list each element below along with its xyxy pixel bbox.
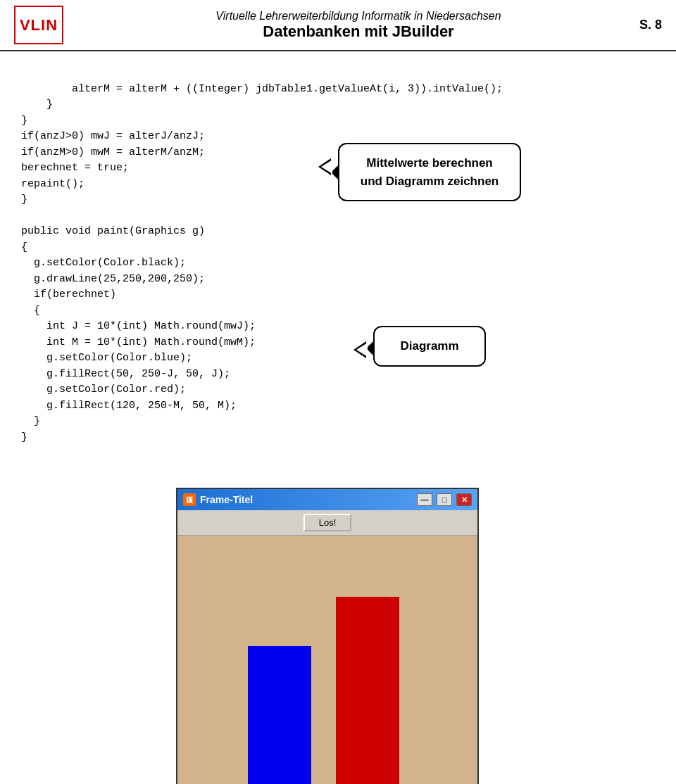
logo: VLIN: [14, 6, 63, 44]
bar-blue: [248, 646, 311, 784]
frame-titlebar: 🖼 Frame-Titel — □ ✕: [177, 489, 477, 510]
frame-toolbar: Los!: [177, 510, 477, 536]
bottom-speech-bubble: Diagramm: [373, 326, 486, 367]
chart-area: [206, 557, 449, 784]
bar-red: [336, 597, 399, 784]
logo-text: VLIN: [20, 16, 58, 34]
frame-title: Frame-Titel: [200, 494, 413, 505]
main-content: alterM = alterM + ((Integer) jdbTable1.g…: [0, 51, 676, 476]
bubble2-arrow-inner: [356, 343, 368, 357]
minimize-button[interactable]: —: [417, 493, 432, 506]
close-button[interactable]: ✕: [456, 493, 472, 506]
header-text: Virtuelle Lehrerweiterbildung Informatik…: [77, 10, 639, 41]
frame-icon: 🖼: [183, 493, 196, 506]
maximize-button[interactable]: □: [437, 493, 452, 506]
header-title: Datenbanken mit JBuilder: [77, 23, 639, 41]
los-button[interactable]: Los!: [303, 514, 352, 531]
bubble-arrow-inner: [321, 160, 332, 174]
header: VLIN Virtuelle Lehrerweiterbildung Infor…: [0, 0, 676, 51]
frame-canvas: [177, 536, 477, 784]
top-speech-bubble: Mittelwerte berechnen und Diagramm zeich…: [338, 143, 521, 201]
code-block: alterM = alterM + ((Integer) jdbTable1.g…: [21, 65, 655, 462]
frame-window: 🖼 Frame-Titel — □ ✕ Los!: [176, 488, 479, 784]
page-number: S. 8: [639, 18, 662, 32]
header-subtitle: Virtuelle Lehrerweiterbildung Informatik…: [77, 10, 639, 23]
